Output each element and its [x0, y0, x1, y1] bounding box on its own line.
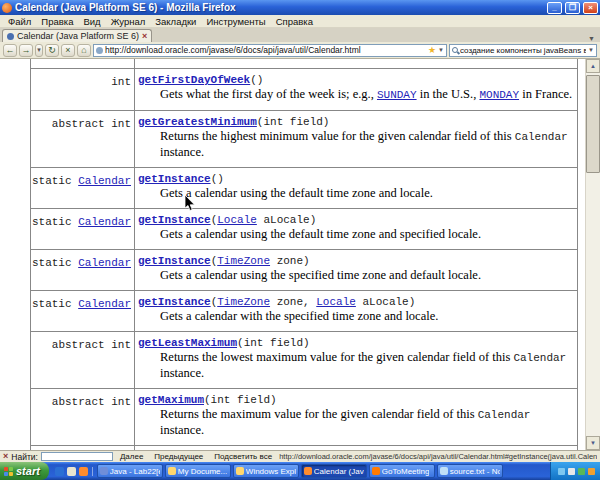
doc-link[interactable]: getMaximum	[138, 394, 204, 406]
list-all-tabs-icon[interactable]: ▼	[585, 35, 598, 42]
doc-link[interactable]: getInstance	[138, 214, 211, 226]
method-cell: getLeastMaximum(int field)Returns the lo…	[135, 332, 577, 388]
method-description: Returns the lowest maximum value for the…	[160, 350, 573, 381]
doc-text: zone)	[270, 255, 310, 267]
method-row: abstract intgetGreatestMinimum(int field…	[31, 111, 577, 168]
taskbar-button[interactable]: GoToMeeting	[369, 464, 435, 478]
method-cell: getGreatestMinimum(int field)Returns the…	[135, 111, 577, 167]
stop-icon[interactable]: ×	[61, 44, 75, 57]
app-icon	[236, 467, 244, 475]
search-engine-dropdown-icon[interactable]: ▼	[588, 47, 594, 53]
method-description: Gets a calendar with the specified time …	[160, 309, 573, 324]
bookmark-star-icon[interactable]: ★	[428, 46, 436, 55]
back-icon[interactable]: ←	[3, 44, 17, 57]
url-bar[interactable]: ★ ▼	[93, 44, 447, 57]
taskbar-button-label: Windows Explorer	[246, 467, 296, 476]
taskbar-button[interactable]: Windows Explorer	[233, 464, 299, 478]
doc-text: ()	[250, 74, 263, 86]
taskbar-button-label: Calendar (Java Platfo...	[314, 467, 364, 476]
find-highlight-button[interactable]: Подсветить все	[210, 451, 276, 462]
menu-item-1[interactable]: Правка	[36, 16, 78, 27]
doc-link[interactable]: getInstance	[138, 296, 211, 308]
reload-icon[interactable]: ↻	[45, 44, 59, 57]
find-next-button[interactable]: Далее	[116, 451, 147, 462]
history-dropdown-icon[interactable]: ▼	[35, 44, 43, 57]
modifier-cell: static Calendar	[31, 168, 135, 208]
modifier-cell: static Calendar	[31, 291, 135, 331]
scroll-up-icon[interactable]: ▲	[586, 59, 600, 73]
doc-link[interactable]: Calendar	[78, 175, 131, 187]
doc-link[interactable]: getInstance	[138, 173, 211, 185]
launch-firefox-icon[interactable]	[79, 467, 88, 476]
doc-text: zone,	[270, 296, 316, 308]
doc-link[interactable]: Calendar	[78, 216, 131, 228]
scrollbar-thumb[interactable]	[586, 75, 600, 173]
doc-link[interactable]: getGreatestMinimum	[138, 116, 257, 128]
doc-text: int	[111, 76, 131, 88]
taskbar-button[interactable]: source.txt - Notepad	[437, 464, 503, 478]
show-desktop-icon[interactable]	[67, 467, 76, 476]
tab-bar: Calendar (Java Platform SE 6) × ▼	[0, 28, 600, 42]
tab-calendar[interactable]: Calendar (Java Platform SE 6) ×	[2, 29, 152, 42]
doc-text: (int field)	[204, 394, 277, 406]
search-input[interactable]	[460, 46, 586, 55]
doc-link[interactable]: Calendar	[78, 298, 131, 310]
url-dropdown-icon[interactable]: ▼	[438, 47, 444, 53]
doc-link[interactable]: getFirstDayOfWeek	[138, 74, 250, 86]
antivirus-icon[interactable]	[578, 468, 585, 475]
scrollbar-track[interactable]	[586, 73, 600, 436]
find-label: Найти:	[11, 452, 38, 462]
method-description: Gets a calendar using the default time z…	[160, 227, 573, 242]
taskbar-button-label: Java - Lab22[en]\Main.ja...	[110, 467, 160, 476]
menu-item-2[interactable]: Вид	[78, 16, 105, 27]
taskbar-button[interactable]: My Docume...	[165, 464, 231, 478]
taskbar-button[interactable]: Calendar (Java Platfo...	[301, 464, 367, 478]
doc-text: Returns the lowest maximum value for the…	[160, 350, 513, 364]
url-input[interactable]	[105, 45, 426, 55]
forward-icon[interactable]: →	[19, 44, 33, 57]
find-input[interactable]	[41, 452, 113, 461]
method-cell: getInstance(Locale aLocale)Gets a calend…	[135, 209, 577, 249]
start-label: start	[16, 465, 40, 477]
start-button[interactable]: start	[0, 462, 49, 480]
find-close-icon[interactable]: ×	[3, 452, 8, 461]
minimize-button[interactable]: _	[547, 2, 562, 14]
doc-text: Returns the maximum value for the given …	[160, 407, 478, 421]
menu-item-5[interactable]: Инструменты	[201, 16, 270, 27]
app-icon	[440, 467, 448, 475]
menu-item-3[interactable]: Журнал	[106, 16, 151, 27]
menu-item-0[interactable]: Файл	[3, 16, 36, 27]
vertical-scrollbar[interactable]: ▲ ▼	[585, 59, 600, 450]
doc-link[interactable]: getLeastMaximum	[138, 337, 237, 349]
doc-text: (int field)	[257, 116, 330, 128]
doc-link[interactable]: TimeZone	[217, 255, 270, 267]
doc-text: Gets a calendar using the default time z…	[160, 186, 433, 200]
launch-browser-icon[interactable]	[55, 467, 64, 476]
doc-link[interactable]: Calendar	[78, 257, 131, 269]
window-title: Calendar (Java Platform SE 6) - Mozilla …	[15, 2, 544, 13]
doc-link[interactable]: MONDAY	[479, 89, 519, 101]
method-cell: getFirstDayOfWeek()Gets what the first d…	[135, 69, 577, 110]
menu-item-6[interactable]: Справка	[271, 16, 318, 27]
method-description: Returns the highest minimum value for th…	[160, 129, 573, 160]
doc-text: )	[138, 59, 145, 60]
tab-close-icon[interactable]: ×	[142, 32, 147, 41]
menu-item-4[interactable]: Закладки	[150, 16, 201, 27]
find-previous-button[interactable]: Предыдущее	[150, 451, 207, 462]
maximize-button[interactable]: ❐	[565, 2, 580, 14]
doc-text: Returns the highest minimum value for th…	[160, 129, 515, 143]
volume-icon[interactable]	[568, 468, 575, 475]
network-icon[interactable]	[558, 468, 565, 475]
doc-link[interactable]: getInstance	[138, 255, 211, 267]
doc-link[interactable]: Locale	[217, 214, 257, 226]
search-bar[interactable]: ▼	[449, 44, 597, 57]
doc-link[interactable]: Locale	[316, 296, 356, 308]
doc-link[interactable]: SUNDAY	[377, 89, 417, 101]
doc-link[interactable]: TimeZone	[217, 296, 270, 308]
taskbar-button[interactable]: Java - Lab22[en]\Main.ja...	[97, 464, 163, 478]
taskbar-buttons: Java - Lab22[en]\Main.ja...My Docume...W…	[95, 464, 505, 478]
home-icon[interactable]: ⌂	[77, 44, 91, 57]
messenger-icon[interactable]	[588, 468, 595, 475]
scroll-down-icon[interactable]: ▼	[586, 436, 600, 450]
close-button[interactable]: ×	[583, 2, 598, 14]
